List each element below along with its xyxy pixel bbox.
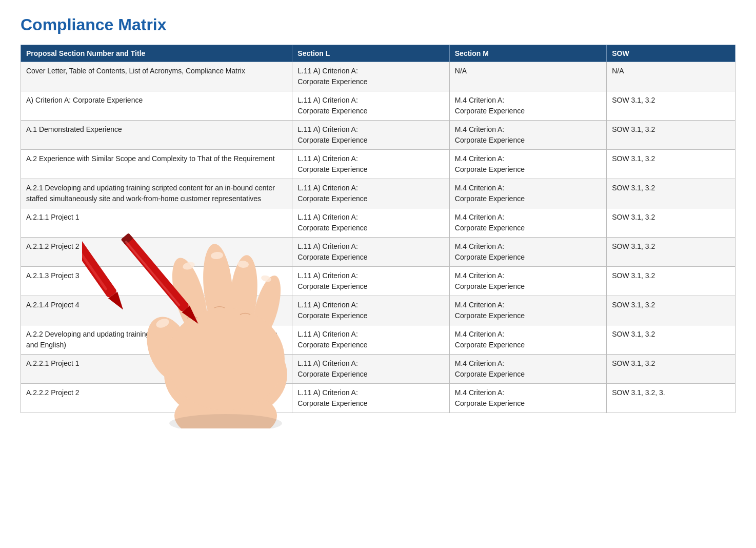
header-sow: SOW <box>607 45 735 62</box>
table-row: A.2.1.4 Project 4L.11 A) Criterion A:Cor… <box>21 296 735 325</box>
table-row: A.2 Experience with Similar Scope and Co… <box>21 150 735 179</box>
table-row: A.2.1.1 Project 1L.11 A) Criterion A:Cor… <box>21 208 735 238</box>
table-row: A.2.2.2 Project 2L.11 A) Criterion A:Cor… <box>21 384 735 413</box>
table-row: A) Criterion A: Corporate ExperienceL.11… <box>21 91 735 121</box>
cell-proposal: A.2.1.3 Project 3 <box>21 267 292 296</box>
table-row: A.2.1 Developing and updating training s… <box>21 179 735 208</box>
cell-sow: SOW 3.1, 3.2 <box>607 208 735 238</box>
cell-proposal: A) Criterion A: Corporate Experience <box>21 91 292 121</box>
cell-sow: SOW 3.1, 3.2 <box>607 325 735 355</box>
cell-section_l: L.11 A) Criterion A:Corporate Experience <box>292 325 449 355</box>
table-row: A.1 Demonstrated ExperienceL.11 A) Crite… <box>21 121 735 150</box>
header-proposal: Proposal Section Number and Title <box>21 45 292 62</box>
cell-section_l: L.11 A) Criterion A:Corporate Experience <box>292 238 449 267</box>
cell-sow: SOW 3.1, 3.2 <box>607 296 735 325</box>
cell-section_m: M.4 Criterion A:Corporate Experience <box>449 121 606 150</box>
page-title: Compliance Matrix <box>21 15 735 34</box>
table-row: A.2.2.1 Project 1L.11 A) Criterion A:Cor… <box>21 355 735 384</box>
cell-section_m: M.4 Criterion A:Corporate Experience <box>449 355 606 384</box>
cell-proposal: A.1 Demonstrated Experience <box>21 121 292 150</box>
cell-section_m: M.4 Criterion A:Corporate Experience <box>449 238 606 267</box>
cell-section_l: L.11 A) Criterion A:Corporate Experience <box>292 267 449 296</box>
cell-section_m: M.4 Criterion A:Corporate Experience <box>449 325 606 355</box>
table-row: Cover Letter, Table of Contents, List of… <box>21 62 735 91</box>
cell-sow: SOW 3.1, 3.2 <box>607 238 735 267</box>
table-row: A.2.1.3 Project 3L.11 A) Criterion A:Cor… <box>21 267 735 296</box>
cell-proposal: A.2.1.4 Project 4 <box>21 296 292 325</box>
compliance-table: Proposal Section Number and Title Sectio… <box>21 45 735 413</box>
cell-proposal: A.2 Experience with Similar Scope and Co… <box>21 150 292 179</box>
cell-sow: SOW 3.1, 3.2 <box>607 355 735 384</box>
cell-section_m: M.4 Criterion A:Corporate Experience <box>449 150 606 179</box>
cell-section_l: L.11 A) Criterion A:Corporate Experience <box>292 355 449 384</box>
cell-sow: SOW 3.1, 3.2 <box>607 121 735 150</box>
cell-proposal: A.2.2.2 Project 2 <box>21 384 292 413</box>
cell-sow: N/A <box>607 62 735 91</box>
cell-proposal: A.2.2 Developing and updating training (… <box>21 325 292 355</box>
cell-section_l: L.11 A) Criterion A:Corporate Experience <box>292 179 449 208</box>
cell-section_l: L.11 A) Criterion A:Corporate Experience <box>292 208 449 238</box>
cell-sow: SOW 3.1, 3.2 <box>607 179 735 208</box>
table-row: A.2.1.2 Project 2L.11 A) Criterion A:Cor… <box>21 238 735 267</box>
cell-proposal: Cover Letter, Table of Contents, List of… <box>21 62 292 91</box>
cell-section_m: M.4 Criterion A:Corporate Experience <box>449 91 606 121</box>
cell-proposal: A.2.1.2 Project 2 <box>21 238 292 267</box>
cell-section_m: M.4 Criterion A:Corporate Experience <box>449 296 606 325</box>
svg-point-21 <box>169 414 282 428</box>
cell-proposal: A.2.2.1 Project 1 <box>21 355 292 384</box>
cell-section_m: M.4 Criterion A:Corporate Experience <box>449 384 606 413</box>
table-row: A.2.2 Developing and updating training (… <box>21 325 735 355</box>
cell-proposal: A.2.1 Developing and updating training s… <box>21 179 292 208</box>
cell-section_m: M.4 Criterion A:Corporate Experience <box>449 208 606 238</box>
cell-section_m: M.4 Criterion A:Corporate Experience <box>449 179 606 208</box>
cell-section_l: L.11 A) Criterion A:Corporate Experience <box>292 62 449 91</box>
cell-sow: SOW 3.1, 3.2, 3. <box>607 384 735 413</box>
cell-section_l: L.11 A) Criterion A:Corporate Experience <box>292 384 449 413</box>
cell-section_l: L.11 A) Criterion A:Corporate Experience <box>292 121 449 150</box>
header-section-l: Section L <box>292 45 449 62</box>
cell-sow: SOW 3.1, 3.2 <box>607 267 735 296</box>
cell-section_m: M.4 Criterion A:Corporate Experience <box>449 267 606 296</box>
cell-section_l: L.11 A) Criterion A:Corporate Experience <box>292 296 449 325</box>
cell-proposal: A.2.1.1 Project 1 <box>21 208 292 238</box>
cell-section_l: L.11 A) Criterion A:Corporate Experience <box>292 150 449 179</box>
cell-sow: SOW 3.1, 3.2 <box>607 91 735 121</box>
cell-sow: SOW 3.1, 3.2 <box>607 150 735 179</box>
cell-section_m: N/A <box>449 62 606 91</box>
header-section-m: Section M <box>449 45 606 62</box>
cell-section_l: L.11 A) Criterion A:Corporate Experience <box>292 91 449 121</box>
